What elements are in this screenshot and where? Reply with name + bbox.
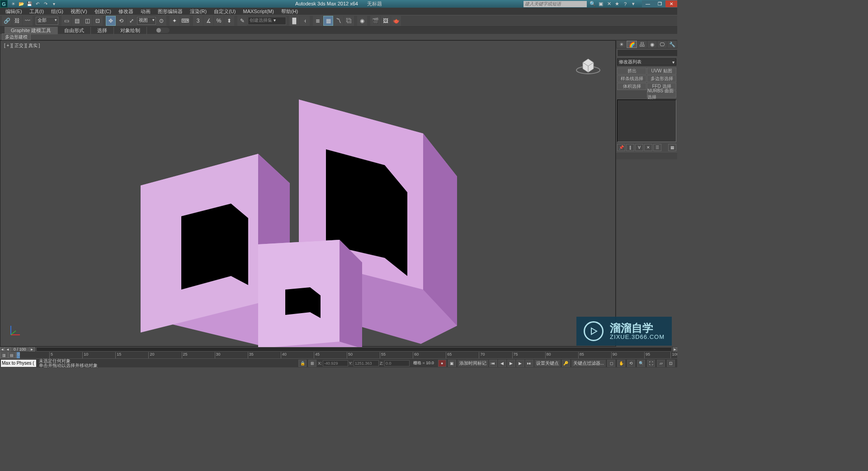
search-icon[interactable]: 🔍 — [590, 1, 596, 7]
new-icon[interactable]: ☀ — [9, 1, 17, 7]
material-editor-icon[interactable]: ◉ — [357, 16, 367, 26]
minimize-button[interactable]: — — [642, 0, 654, 7]
ribbon-tab-selection[interactable]: 选择 — [91, 27, 114, 34]
menu-create[interactable]: 创建(C) — [91, 8, 115, 15]
play-icon[interactable]: ▶ — [507, 360, 515, 367]
stack-unique-icon[interactable]: ∀ — [635, 144, 643, 151]
help-dropdown-icon[interactable]: ▾ — [630, 1, 637, 7]
angle-snap-icon[interactable]: ∡ — [203, 16, 213, 26]
panel-tab-create[interactable]: ☀ — [617, 41, 626, 48]
time-frame-display[interactable]: 0 / 100 — [11, 347, 29, 352]
trackbar-open-icon[interactable]: ▤ — [8, 352, 16, 358]
timetag-button[interactable]: 添加时间标记 — [458, 360, 488, 367]
autokey-button[interactable]: ● — [438, 360, 446, 367]
select-rotate-icon[interactable]: ⟲ — [116, 16, 126, 26]
save-icon[interactable]: 💾 — [26, 1, 33, 7]
menu-group[interactable]: 组(G) — [47, 8, 67, 15]
ribbon-toggle[interactable] — [156, 28, 170, 33]
link-icon[interactable]: 🔗 — [2, 16, 12, 26]
time-prev-icon[interactable]: ◄ — [5, 347, 11, 352]
menu-help[interactable]: 帮助(H) — [278, 8, 302, 15]
stack-show-icon[interactable]: ‖ — [626, 144, 634, 151]
nav-zoomext-icon[interactable]: ⛶ — [647, 360, 655, 367]
snap-toggle-icon[interactable]: 3 — [193, 16, 203, 26]
stack-sets-icon[interactable]: ▦ — [668, 144, 676, 151]
rendered-frame-icon[interactable]: 🖼 — [381, 16, 391, 26]
coord-y-input[interactable]: 1251.363 — [354, 360, 379, 366]
select-by-name-icon[interactable]: ▤ — [72, 16, 82, 26]
object-name-input[interactable] — [618, 50, 677, 56]
maximize-button[interactable]: ❐ — [654, 0, 665, 7]
transform-type-in-icon[interactable]: ⊞ — [308, 360, 316, 367]
nav-fov-icon[interactable]: ▱ — [657, 360, 665, 367]
select-region-icon[interactable]: ◫ — [82, 16, 92, 26]
nav-maxview-icon[interactable]: ⊡ — [667, 360, 675, 367]
schematic-view-icon[interactable]: ⿻ — [344, 16, 354, 26]
manipulate-icon[interactable]: ✦ — [170, 16, 179, 26]
curve-editor-icon[interactable]: 〽 — [334, 16, 344, 26]
trackbar-mode-icon[interactable]: ▥ — [0, 352, 8, 358]
goto-end-icon[interactable]: ⏭ — [525, 360, 533, 367]
favorite-icon[interactable]: ★ — [614, 1, 620, 7]
setkey-toggle-icon[interactable]: ▣ — [448, 360, 456, 367]
search-input[interactable]: 建入关键字或短语 — [524, 1, 587, 7]
panel-tab-utilities[interactable]: 🔧 — [667, 41, 677, 48]
stack-config-icon[interactable]: ☰ — [653, 144, 661, 151]
menu-views[interactable]: 视图(V) — [67, 8, 91, 15]
named-sel-edit-icon[interactable]: ✎ — [237, 16, 247, 26]
menu-animation[interactable]: 动画 — [137, 8, 154, 15]
redo-icon[interactable]: ↷ — [42, 1, 49, 7]
nav-zoom-icon[interactable]: 🔍 — [637, 360, 645, 367]
next-frame-icon[interactable]: ▶ — [516, 360, 524, 367]
time-scroll-right[interactable]: ► — [673, 347, 677, 352]
menu-rendering[interactable]: 渲染(R) — [186, 8, 210, 15]
keyboard-shortcut-icon[interactable]: ⌨ — [180, 16, 190, 26]
panel-tab-motion[interactable]: ◉ — [647, 41, 657, 48]
panel-tab-hierarchy[interactable]: 品 — [637, 41, 647, 48]
key-mode-icon[interactable]: 🔑 — [562, 360, 570, 367]
viewcube[interactable] — [575, 50, 602, 77]
spinner-snap-icon[interactable]: ⬍ — [224, 16, 234, 26]
coord-x-input[interactable]: -40.929 — [323, 360, 348, 366]
setkey-button[interactable]: 设置关键点 — [534, 360, 561, 367]
layer-manager-icon[interactable]: ≣ — [313, 16, 323, 26]
nav-pan-icon[interactable]: ✋ — [617, 360, 625, 367]
select-object-icon[interactable]: ▭ — [61, 16, 71, 26]
app-menu-icon[interactable]: G — [0, 0, 8, 8]
maxscript-listener[interactable]: Max to Physes ( — [1, 360, 36, 367]
select-scale-icon[interactable]: ⤢ — [127, 16, 137, 26]
render-setup-icon[interactable]: 🎬 — [370, 16, 380, 26]
mod-btn-splinesel[interactable]: 样条线选择 — [617, 75, 646, 82]
help-icon[interactable]: ? — [622, 1, 628, 7]
menu-edit[interactable]: 编辑(E) — [2, 8, 26, 15]
subscription-icon[interactable]: ▣ — [598, 1, 604, 7]
mirror-icon[interactable]: ▐▌ — [289, 16, 299, 26]
stack-remove-icon[interactable]: ✕ — [644, 144, 652, 151]
named-selset-combo[interactable]: 创建选择集 ▾ — [248, 17, 286, 25]
panel-tab-modify[interactable]: 🌈 — [627, 41, 637, 48]
qat-dropdown-icon[interactable]: ▾ — [50, 1, 57, 7]
time-next-icon[interactable]: ► — [29, 347, 35, 352]
prev-frame-icon[interactable]: ◀ — [498, 360, 506, 367]
coord-z-input[interactable]: 0.0 — [384, 360, 410, 366]
time-ruler[interactable]: 0 5 10 15 20 25 30 35 40 45 50 55 60 65 … — [16, 352, 677, 358]
ref-coord-combo[interactable]: 视图 — [137, 17, 156, 25]
keyfilter-button[interactable]: 关键点过滤器... — [571, 360, 606, 367]
mod-btn-nurbssel[interactable]: NURBS 曲面选择 — [647, 90, 676, 98]
align-icon[interactable]: ⫞ — [300, 16, 310, 26]
menu-graph[interactable]: 图形编辑器 — [154, 8, 186, 15]
viewport-label[interactable]: [ + ][ 正交 ][ 真实 ] — [4, 43, 40, 49]
close-button[interactable]: ✕ — [665, 0, 677, 7]
mod-btn-volsel[interactable]: 体积选择 — [617, 83, 646, 90]
stack-pin-icon[interactable]: 📌 — [617, 144, 625, 151]
bind-spacewarp-icon[interactable]: 〰 — [23, 16, 33, 26]
modifier-stack[interactable] — [617, 100, 676, 142]
percent-snap-icon[interactable]: % — [214, 16, 224, 26]
menu-tools[interactable]: 工具(I) — [26, 8, 47, 15]
window-crossing-icon[interactable]: ⊡ — [93, 16, 103, 26]
render-icon[interactable]: 🫖 — [391, 16, 401, 26]
goto-start-icon[interactable]: ⏮ — [489, 360, 497, 367]
exchange-icon[interactable]: ✕ — [606, 1, 612, 7]
mod-btn-polysel[interactable]: 多边形选择 — [647, 75, 676, 82]
open-icon[interactable]: 📂 — [18, 1, 25, 7]
